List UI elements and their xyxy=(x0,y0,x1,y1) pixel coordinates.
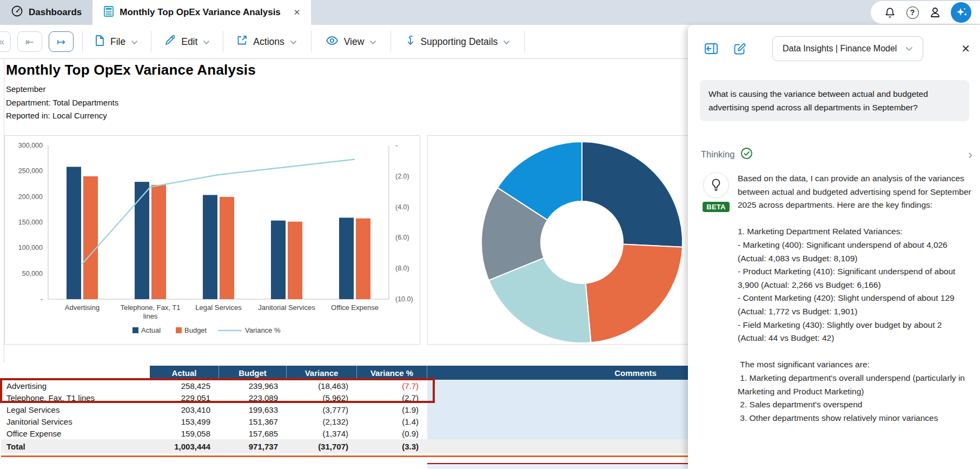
menu-label: Actions xyxy=(253,36,284,48)
svg-text:300,000: 300,000 xyxy=(18,142,43,149)
cell-variance-pct: (2.7) xyxy=(357,392,427,404)
expand-chevron-icon[interactable]: › xyxy=(968,148,972,161)
check-circle-icon xyxy=(740,147,753,162)
cell-variance-pct: (1.9) xyxy=(357,404,427,415)
collapse-panel-icon[interactable] xyxy=(703,41,719,57)
beta-badge: BETA xyxy=(703,202,730,212)
menu-edit[interactable]: Edit xyxy=(164,35,210,49)
row-label: Office Expense xyxy=(1,427,150,439)
svg-text:Variance %: Variance % xyxy=(245,326,281,334)
column-header-Budget: Budget xyxy=(219,366,287,380)
row-label: Advertising xyxy=(1,380,150,392)
menu-label: View xyxy=(344,36,365,48)
collapse-sidebar-button[interactable]: « xyxy=(0,31,11,52)
file-icon xyxy=(95,35,105,49)
close-tab-icon[interactable]: ✕ xyxy=(294,8,301,17)
chevron-down-icon xyxy=(905,44,913,54)
svg-text:Budget: Budget xyxy=(184,326,207,334)
cell-budget: 199,633 xyxy=(219,404,287,415)
menu-label: Supporting Details xyxy=(420,36,498,48)
menu-supporting-details[interactable]: Supporting Details xyxy=(405,35,510,49)
row-label: Legal Services xyxy=(1,404,150,415)
cell-variance: (1,374) xyxy=(287,427,357,439)
model-selector-label: Data Insights | Finance Model xyxy=(783,44,897,54)
divider xyxy=(311,31,312,52)
assistant-avatar-column: BETA xyxy=(697,172,736,212)
assistant-answer: BETA Based on the data, I can provide an… xyxy=(697,172,971,425)
cell-variance: (5,962) xyxy=(287,392,357,404)
close-panel-icon[interactable]: ✕ xyxy=(961,37,970,61)
divider xyxy=(82,31,83,52)
application-window: Dashboards Monthly Top OpEx Variance Ana… xyxy=(0,0,980,469)
menu-label: Edit xyxy=(181,36,197,48)
menu-actions[interactable]: Actions xyxy=(236,35,296,49)
chevron-down-icon xyxy=(203,36,210,48)
svg-text:250,000: 250,000 xyxy=(18,167,43,175)
eye-icon xyxy=(326,36,339,48)
chevron-down-icon xyxy=(503,36,510,48)
help-icon[interactable]: ? xyxy=(905,5,919,19)
total-budget: 971,737 xyxy=(219,439,287,453)
svg-text:Office Expense: Office Expense xyxy=(331,303,379,312)
chevron-down-icon xyxy=(131,36,138,48)
divider xyxy=(524,31,525,52)
total-variance: (31,707) xyxy=(287,439,357,453)
ai-sparkle-icon[interactable] xyxy=(951,2,971,23)
tab-label: Monthly Top OpEx Variance Analysis xyxy=(120,7,281,18)
divider xyxy=(390,31,391,52)
data-insights-panel: Data Insights | Finance Model ✕ What is … xyxy=(688,25,980,469)
user-question-bubble: What is causing the variance between act… xyxy=(700,80,969,121)
total-actual: 1,003,444 xyxy=(150,439,219,453)
cell-variance: (3,777) xyxy=(287,404,357,415)
cell-variance: (2,132) xyxy=(287,415,357,427)
donut-segment xyxy=(586,245,683,343)
cell-budget: 157,685 xyxy=(219,427,287,439)
report-icon xyxy=(103,5,114,20)
new-chat-compose-icon[interactable] xyxy=(731,41,747,57)
column-header-Actual: Actual xyxy=(150,366,219,380)
notifications-bell-icon[interactable] xyxy=(883,5,897,19)
thinking-status-row[interactable]: Thinking › xyxy=(701,147,972,162)
lightbulb-icon xyxy=(703,172,729,198)
pencil-icon xyxy=(164,35,176,49)
svg-text:Legal Services: Legal Services xyxy=(195,303,242,312)
cell-variance-pct: (0.9) xyxy=(357,427,427,439)
cell-budget: 223,089 xyxy=(219,392,287,404)
cell-actual: 229,051 xyxy=(150,392,219,404)
column-header-Variance %: Variance % xyxy=(357,366,427,380)
row-label: Janitorial Services xyxy=(1,415,150,427)
donut-segment xyxy=(582,142,683,247)
svg-text:150,000: 150,000 xyxy=(18,219,43,226)
svg-text:Janitorial Services: Janitorial Services xyxy=(258,303,315,312)
tab-dashboards[interactable]: Dashboards xyxy=(0,0,92,25)
svg-text:Telephone, Fax, T1: Telephone, Fax, T1 xyxy=(120,303,180,312)
cell-variance: (18,463) xyxy=(287,380,357,392)
assistant-answer-text: Based on the data, I can provide an anal… xyxy=(736,172,971,425)
menu-file[interactable]: File xyxy=(95,35,138,49)
chevron-down-icon xyxy=(290,36,297,48)
topbar-icon-group: ? xyxy=(871,1,980,24)
svg-text:-: - xyxy=(41,295,43,303)
svg-text:Advertising: Advertising xyxy=(65,303,100,312)
tab-monthly-opex[interactable]: Monthly Top OpEx Variance Analysis ✕ xyxy=(92,0,311,25)
cell-actual: 153,499 xyxy=(150,415,219,427)
cell-budget: 239,963 xyxy=(219,380,287,392)
tab-label: Dashboards xyxy=(29,7,82,18)
external-action-icon xyxy=(236,35,248,49)
svg-text:200,000: 200,000 xyxy=(18,193,43,201)
model-selector-dropdown[interactable]: Data Insights | Finance Model xyxy=(772,36,923,61)
account-icon[interactable] xyxy=(928,5,942,19)
chevron-down-icon xyxy=(369,36,376,48)
menu-label: File xyxy=(110,36,125,48)
arrow-down-icon xyxy=(405,35,415,49)
report-period: September xyxy=(6,83,256,96)
svg-text:(4.0): (4.0) xyxy=(395,203,409,211)
row-label: Telephone, Fax, T1 lines xyxy=(1,392,150,404)
report-department: Department: Total Departments xyxy=(6,96,256,110)
back-button[interactable]: ⇤ xyxy=(17,31,42,52)
page-title: Monthly Top OpEx Variance Analysis xyxy=(6,62,256,78)
forward-button[interactable]: ↦ xyxy=(49,31,74,52)
panel-header: Data Insights | Finance Model ✕ xyxy=(688,37,980,61)
tab-bar: Dashboards Monthly Top OpEx Variance Ana… xyxy=(0,0,980,25)
menu-view[interactable]: View xyxy=(326,36,377,48)
